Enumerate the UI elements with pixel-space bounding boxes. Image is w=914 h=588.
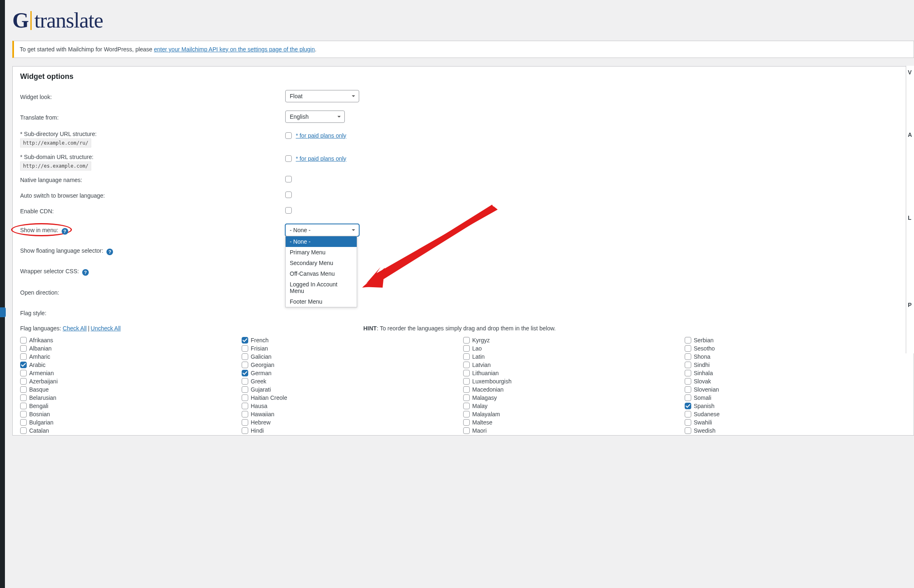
language-label: Slovenian [694, 386, 719, 393]
language-checkbox[interactable] [685, 419, 691, 426]
language-checkbox[interactable] [463, 370, 470, 376]
language-item: Lithuanian [463, 369, 685, 377]
language-label: Sindhi [694, 362, 710, 368]
language-checkbox[interactable] [242, 419, 248, 426]
language-checkbox[interactable] [463, 337, 470, 344]
language-label: Macedonian [472, 386, 503, 393]
mailchimp-settings-link[interactable]: enter your Mailchimp API key on the sett… [154, 46, 315, 53]
language-item: Maltese [463, 419, 685, 426]
language-checkbox[interactable] [463, 411, 470, 417]
language-checkbox[interactable] [685, 378, 691, 385]
language-item: Hindi [242, 427, 463, 434]
language-checkbox[interactable] [685, 394, 691, 401]
language-item: Shona [685, 353, 906, 360]
language-checkbox[interactable] [20, 403, 27, 409]
wp-admin-sidebar[interactable] [0, 0, 5, 436]
language-checkbox[interactable] [20, 386, 27, 393]
language-checkbox[interactable] [242, 345, 248, 352]
language-checkbox[interactable] [463, 353, 470, 360]
language-checkbox[interactable] [463, 378, 470, 385]
language-item: Arabic [20, 361, 242, 369]
language-label: Latin [472, 353, 485, 360]
subdomain-checkbox[interactable] [285, 155, 292, 162]
autoswitch-checkbox[interactable] [285, 191, 292, 198]
subdir-checkbox[interactable] [285, 132, 292, 139]
language-checkbox[interactable] [685, 345, 691, 352]
check-all-link[interactable]: Check All [63, 325, 87, 332]
language-item: Latin [463, 353, 685, 360]
language-checkbox[interactable] [20, 337, 27, 344]
language-checkbox[interactable] [242, 394, 248, 401]
language-checkbox[interactable] [20, 378, 27, 385]
help-icon[interactable]: ? [62, 228, 68, 235]
language-item: Luxembourgish [463, 378, 685, 385]
language-checkbox[interactable] [242, 370, 248, 376]
language-checkbox[interactable] [685, 427, 691, 434]
language-checkbox[interactable] [242, 362, 248, 368]
menu-option[interactable]: Logged In Account Menu [286, 279, 357, 296]
language-label: Malay [472, 403, 487, 409]
menu-option[interactable]: Off-Canvas Menu [286, 268, 357, 279]
uncheck-all-link[interactable]: Uncheck All [91, 325, 121, 332]
language-checkbox[interactable] [463, 419, 470, 426]
language-item: Haitian Creole [242, 394, 463, 401]
language-checkbox[interactable] [20, 419, 27, 426]
subdomain-paid-link[interactable]: * for paid plans only [296, 155, 346, 162]
language-label: Basque [29, 386, 48, 393]
language-label: Maltese [472, 419, 492, 426]
language-checkbox[interactable] [685, 362, 691, 368]
language-checkbox[interactable] [20, 427, 27, 434]
subdir-paid-link[interactable]: * for paid plans only [296, 132, 346, 139]
language-checkbox[interactable] [20, 394, 27, 401]
language-checkbox[interactable] [685, 411, 691, 417]
label-open-direction: Open direction: [20, 288, 285, 296]
help-icon[interactable]: ? [82, 269, 89, 276]
language-checkbox[interactable] [685, 337, 691, 344]
language-checkbox[interactable] [685, 403, 691, 409]
language-checkbox[interactable] [463, 394, 470, 401]
language-checkbox[interactable] [463, 362, 470, 368]
menu-option[interactable]: Footer Menu [286, 296, 357, 307]
menu-option[interactable]: Primary Menu [286, 247, 357, 258]
sidebar-collapse-tab[interactable] [0, 307, 6, 317]
show-in-menu-select[interactable]: - None - [285, 224, 359, 236]
language-checkbox[interactable] [242, 378, 248, 385]
cdn-checkbox[interactable] [285, 207, 292, 214]
language-label: Spanish [694, 403, 715, 409]
language-checkbox[interactable] [685, 370, 691, 376]
language-checkbox[interactable] [685, 353, 691, 360]
language-item: Sudanese [685, 410, 906, 418]
language-item: Catalan [20, 427, 242, 434]
native-checkbox[interactable] [285, 176, 292, 182]
language-label: Sesotho [694, 345, 715, 352]
language-checkbox[interactable] [242, 386, 248, 393]
language-item: Hausa [242, 402, 463, 410]
menu-option[interactable]: Secondary Menu [286, 258, 357, 268]
language-label: Luxembourgish [472, 378, 512, 385]
language-label: Georgian [251, 362, 275, 368]
language-label: Gujarati [251, 386, 271, 393]
language-checkbox[interactable] [685, 386, 691, 393]
language-checkbox[interactable] [20, 362, 27, 368]
language-checkbox[interactable] [463, 345, 470, 352]
language-checkbox[interactable] [242, 411, 248, 417]
language-checkbox[interactable] [20, 411, 27, 417]
language-checkbox[interactable] [463, 427, 470, 434]
language-checkbox[interactable] [20, 345, 27, 352]
widget-look-select[interactable]: Float [285, 90, 359, 102]
language-checkbox[interactable] [242, 427, 248, 434]
language-checkbox[interactable] [463, 386, 470, 393]
menu-option[interactable]: - None - [286, 236, 357, 247]
language-checkbox[interactable] [20, 370, 27, 376]
language-checkbox[interactable] [242, 337, 248, 344]
help-icon[interactable]: ? [106, 249, 113, 255]
language-checkbox[interactable] [463, 403, 470, 409]
translate-from-select[interactable]: English [285, 111, 345, 123]
language-label: Bulgarian [29, 419, 53, 426]
language-checkbox[interactable] [242, 403, 248, 409]
language-checkbox[interactable] [20, 353, 27, 360]
language-label: Hebrew [251, 419, 270, 426]
language-label: Arabic [29, 362, 46, 368]
language-checkbox[interactable] [242, 353, 248, 360]
language-item: Spanish [685, 402, 906, 410]
